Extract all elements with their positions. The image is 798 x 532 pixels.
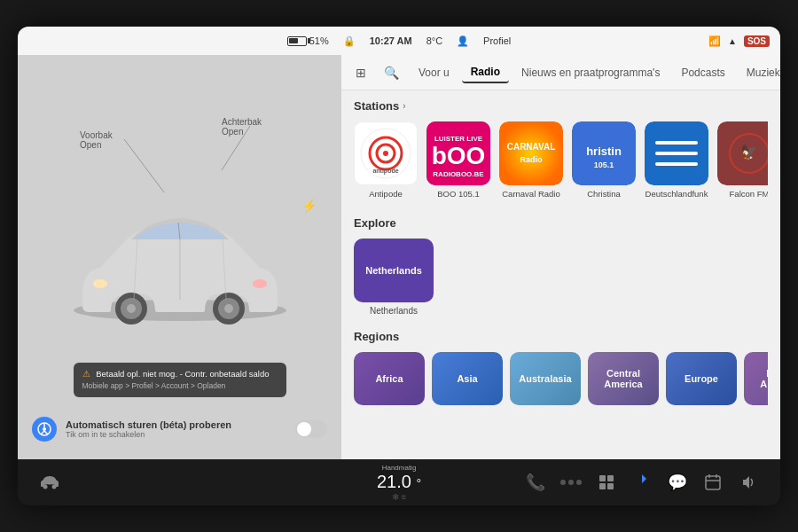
voorbak-status: Open: [80, 140, 113, 150]
tab-muziek[interactable]: Muziek: [738, 63, 780, 82]
autopilot-text: Automatisch sturen (béta) proberen Tik o…: [66, 419, 286, 439]
svg-point-9: [127, 304, 136, 313]
taskbar-right: 📞 💬: [521, 468, 763, 497]
voorbak-label: Voorbak: [80, 130, 113, 140]
carnaval-logo: CARNAVAL Radio: [499, 121, 563, 185]
svg-text:CARNAVAL: CARNAVAL: [507, 142, 556, 152]
achterbak-info: Achterbak Open: [222, 117, 262, 137]
station-boo[interactable]: LUISTER LIVE bOO RADIOBOO.BE BOO 105.1: [426, 121, 490, 199]
svg-text:105.1: 105.1: [594, 160, 614, 169]
svg-line-0: [124, 139, 164, 192]
svg-rect-45: [599, 483, 606, 489]
svg-point-41: [43, 485, 48, 489]
wifi-icon: 📶: [708, 35, 721, 47]
car-svg: [56, 195, 304, 337]
station-carnaval[interactable]: CARNAVAL Radio Carnaval Radio: [499, 121, 563, 199]
stations-row: antipode Antipode LUISTER LIVE bOO: [354, 121, 768, 202]
region-australasia[interactable]: Australasia: [510, 352, 581, 405]
time-display: 10:27 AM: [370, 35, 412, 46]
warning-subtext: Mobiele app > Profiel > Account > Oplade…: [82, 381, 278, 392]
volume-icon[interactable]: [734, 468, 763, 497]
region-central-america[interactable]: Central America: [588, 352, 659, 405]
svg-point-15: [43, 427, 46, 431]
svg-text:antipode: antipode: [372, 168, 398, 175]
svg-text:bOO: bOO: [432, 142, 486, 169]
search-icon[interactable]: 🔍: [377, 62, 406, 83]
grid-taskbar-icon[interactable]: [592, 468, 621, 497]
car-icon[interactable]: [35, 468, 64, 497]
lock-icon: 🔒: [343, 35, 356, 47]
regions-section-title: Regions: [354, 330, 768, 343]
status-bar-right: 📶 ▲ SOS: [708, 35, 770, 47]
netherlands-label: Netherlands: [370, 306, 418, 316]
warning-banner: ⚠ Betaald opl. niet mog. - Contr. onbeta…: [74, 363, 286, 397]
station-antipode[interactable]: antipode Antipode: [354, 121, 418, 199]
svg-text:RADIOBOO.BE: RADIOBOO.BE: [433, 170, 484, 178]
left-panel: Voorbak Open Achterbak Open ⚡: [18, 55, 341, 459]
main-content: Voorbak Open Achterbak Open ⚡: [18, 55, 780, 459]
region-asia[interactable]: Asia: [432, 352, 503, 405]
battery-percent: 51%: [309, 35, 329, 46]
region-north-america[interactable]: North America: [744, 352, 768, 405]
taskbar-center: Handmatig 21.0 ° ❄ ≡: [377, 464, 421, 502]
svg-text:🦅: 🦅: [740, 144, 758, 160]
profile-label: Profiel: [483, 35, 511, 46]
svg-point-22: [383, 151, 388, 156]
calendar-icon[interactable]: [699, 468, 727, 497]
svg-text:hristin: hristin: [586, 145, 622, 158]
warning-main: ⚠ Betaald opl. niet mog. - Contr. onbeta…: [82, 368, 278, 379]
svg-rect-43: [599, 475, 606, 481]
steering-icon: [32, 417, 57, 442]
boo-name: BOO 105.1: [437, 189, 480, 199]
bluetooth-icon[interactable]: [628, 468, 656, 497]
christina-logo: hristin 105.1: [572, 121, 636, 185]
station-falcon[interactable]: 🦅 Falcon FM: [717, 121, 768, 199]
deutschlandfunk-logo: [645, 121, 708, 185]
explore-section-title: Explore: [354, 216, 768, 230]
handmatig-label: Handmatig: [382, 464, 417, 472]
grid-icon[interactable]: ⊞: [348, 62, 373, 83]
region-africa[interactable]: Africa: [354, 352, 425, 405]
antipode-logo: antipode: [354, 121, 418, 185]
taskbar: Handmatig 21.0 ° ❄ ≡ 📞: [18, 459, 780, 505]
svg-point-6: [253, 279, 267, 288]
status-bar: 51% 🔒 10:27 AM 8°C 👤 Profiel 📶 ▲ SOS: [18, 27, 780, 55]
tab-voor-u[interactable]: Voor u: [410, 63, 458, 82]
person-icon: 👤: [457, 35, 469, 47]
station-christina[interactable]: hristin 105.1 Christina: [572, 121, 636, 199]
netherlands-card[interactable]: Netherlands: [354, 239, 434, 302]
boo-logo: LUISTER LIVE bOO RADIOBOO.BE: [426, 121, 490, 185]
dot-icon[interactable]: [557, 468, 585, 497]
content-area: Stations › antipode: [341, 90, 780, 459]
achterbak-label: Achterbak: [222, 117, 262, 127]
achterbak-status: Open: [222, 127, 262, 137]
deutschlandfunk-name: Deutschlandfunk: [645, 189, 708, 199]
autopilot-title: Automatisch sturen (béta) proberen: [66, 419, 286, 430]
screen: 51% 🔒 10:27 AM 8°C 👤 Profiel 📶 ▲ SOS Voo…: [18, 27, 780, 505]
tab-radio[interactable]: Radio: [462, 62, 509, 83]
explore-netherlands[interactable]: Netherlands Netherlands: [354, 239, 434, 316]
svg-point-12: [224, 304, 233, 313]
station-deutschlandfunk[interactable]: Deutschlandfunk: [645, 121, 708, 199]
svg-rect-47: [706, 476, 720, 489]
carnaval-name: Carnaval Radio: [502, 189, 559, 199]
autopilot-toggle[interactable]: [295, 420, 327, 438]
netherlands-card-label: Netherlands: [365, 265, 422, 276]
chat-icon[interactable]: 💬: [663, 468, 692, 497]
region-europe[interactable]: Europe: [666, 352, 737, 405]
svg-line-18: [44, 431, 48, 434]
temperature-status: 8°C: [426, 35, 442, 46]
sos-label: SOS: [744, 35, 770, 47]
autopilot-row: Automatisch sturen (béta) proberen Tik o…: [32, 417, 327, 442]
regions-row: Africa Asia Australasia Central America …: [354, 352, 768, 405]
tab-nieuws[interactable]: Nieuws en praatprogramma's: [512, 63, 669, 82]
battery-icon: [287, 36, 307, 46]
phone-icon[interactable]: 📞: [521, 468, 550, 497]
warning-text: Betaald opl. niet mog. - Contr. onbetaal…: [96, 369, 269, 379]
warning-icon: ⚠: [82, 369, 90, 379]
battery-indicator: 51%: [287, 35, 329, 46]
explore-grid: Netherlands Netherlands: [354, 239, 768, 316]
nav-tabs: ⊞ 🔍 Voor u Radio Nieuws en praatprogramm…: [341, 55, 780, 90]
stations-chevron: ›: [403, 101, 405, 111]
tab-podcasts[interactable]: Podcasts: [672, 63, 733, 82]
